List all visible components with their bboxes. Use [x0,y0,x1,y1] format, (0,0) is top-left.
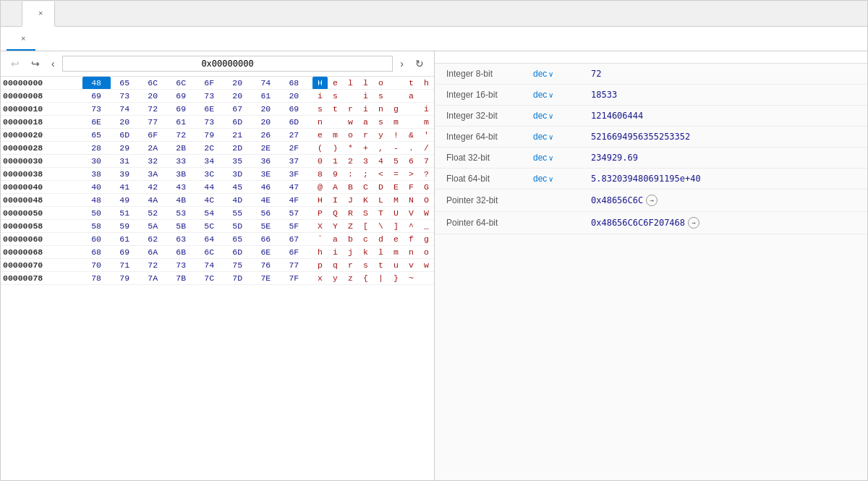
hex-cell[interactable]: 27 [280,129,308,142]
hex-cell[interactable]: 68 [82,246,111,259]
hex-cell[interactable]: 61 [111,233,139,246]
ascii-cell[interactable]: y [373,129,388,142]
hex-cell[interactable]: 3B [167,168,195,181]
ascii-cell[interactable]: X [312,220,328,233]
hex-cell[interactable]: 77 [280,259,308,272]
ascii-cell[interactable]: ! [388,129,404,142]
hex-cell[interactable]: 69 [280,103,308,116]
hex-cell[interactable]: 41 [111,181,139,194]
hex-cell[interactable]: 2B [167,142,195,155]
hex-cell[interactable]: 6A [139,246,167,259]
ascii-cell[interactable]: p [312,259,328,272]
hex-cell[interactable]: 5B [167,220,195,233]
ascii-cell[interactable]: m [328,129,343,142]
window-close-button[interactable] [847,11,864,17]
hex-cell[interactable]: 20 [252,103,280,116]
ascii-cell[interactable]: / [419,142,434,155]
hex-cell[interactable]: 57 [280,207,308,220]
hex-cell[interactable]: 7B [167,272,195,285]
ascii-cell[interactable]: G [419,181,434,194]
ascii-cell[interactable]: m [388,246,404,259]
ascii-cell[interactable]: H [312,194,328,207]
hex-cell[interactable]: 62 [139,233,167,246]
ascii-cell[interactable]: ( [312,142,328,155]
hex-cell[interactable]: 2A [139,142,167,155]
hex-cell[interactable]: 31 [111,155,139,168]
ascii-cell[interactable]: ? [419,168,434,181]
ascii-cell[interactable]: b [343,233,358,246]
ascii-cell[interactable]: t [328,103,343,116]
hex-cell[interactable]: 30 [82,155,111,168]
pointer-link[interactable]: 0x48656C6C6F207468 → [591,217,699,229]
ascii-cell[interactable]: s [373,116,388,129]
ascii-cell[interactable]: 4 [373,155,388,168]
hex-cell[interactable]: 72 [139,103,167,116]
hex-cell[interactable]: 7A [139,272,167,285]
hex-cell[interactable]: 67 [224,103,252,116]
format-selector[interactable]: dec∨ [522,127,579,148]
hex-cell[interactable]: 20 [139,90,167,103]
ascii-cell[interactable] [419,272,434,285]
ascii-cell[interactable]: s [358,259,373,272]
hex-cell[interactable]: 7E [252,272,280,285]
hex-cell[interactable]: 70 [82,259,111,272]
ascii-cell[interactable]: i [419,103,434,116]
pointer-arrow-icon[interactable]: → [646,195,658,206]
hex-cell[interactable]: 6D [111,129,139,142]
hex-cell[interactable]: 37 [280,155,308,168]
hex-cell[interactable]: 4E [252,194,280,207]
format-select[interactable]: dec∨ [533,69,568,79]
hex-cell[interactable]: 35 [224,155,252,168]
ascii-cell[interactable]: u [388,259,404,272]
ascii-cell[interactable]: t [373,259,388,272]
tab-memory-inspector-close[interactable]: × [35,7,46,19]
ascii-cell[interactable]: k [358,246,373,259]
format-selector[interactable]: dec∨ [522,148,579,169]
ascii-cell[interactable]: i [312,90,328,103]
hex-cell[interactable]: 74 [111,103,139,116]
ascii-cell[interactable]: } [388,272,404,285]
ascii-cell[interactable]: 2 [343,155,358,168]
ascii-cell[interactable]: g [388,103,404,116]
hex-cell[interactable]: 4A [139,194,167,207]
hex-cell[interactable]: 77 [139,116,167,129]
ascii-cell[interactable]: > [404,168,419,181]
ascii-cell[interactable]: s [328,90,343,103]
hex-cell[interactable]: 69 [111,246,139,259]
ascii-cell[interactable] [404,116,419,129]
ascii-cell[interactable]: I [328,194,343,207]
hex-cell[interactable]: 44 [195,181,224,194]
hex-cell[interactable]: 65 [224,233,252,246]
format-selector[interactable]: dec∨ [522,64,579,85]
hex-cell[interactable]: 6D [224,116,252,129]
ascii-cell[interactable]: y [328,272,343,285]
ascii-cell[interactable]: - [388,142,404,155]
ascii-cell[interactable]: A [328,181,343,194]
hex-cell[interactable]: 20 [252,116,280,129]
hex-cell[interactable]: 55 [224,207,252,220]
ascii-cell[interactable]: M [388,194,404,207]
format-select[interactable]: dec∨ [533,132,568,142]
ascii-cell[interactable]: s [373,90,388,103]
hex-cell[interactable]: 6E [195,103,224,116]
ascii-cell[interactable]: m [388,116,404,129]
format-select[interactable]: dec∨ [533,111,568,121]
ascii-cell[interactable]: F [404,181,419,194]
ascii-cell[interactable]: 0 [312,155,328,168]
ascii-cell[interactable]: N [404,194,419,207]
hex-cell[interactable]: 65 [111,77,139,90]
pointer-link[interactable]: 0x48656C6C → [591,195,658,206]
format-selector[interactable]: dec∨ [522,85,579,106]
hex-cell[interactable]: 39 [111,168,139,181]
hex-cell[interactable]: 52 [139,207,167,220]
hex-cell[interactable]: 68 [280,77,308,90]
hex-cell[interactable]: 4B [167,194,195,207]
ascii-cell[interactable]: a [328,233,343,246]
hex-cell[interactable]: 69 [167,90,195,103]
ascii-cell[interactable]: { [358,272,373,285]
hex-cell[interactable]: 6E [82,116,111,129]
ascii-cell[interactable]: n [312,116,328,129]
hex-cell[interactable]: 21 [224,129,252,142]
hex-cell[interactable]: 3F [280,168,308,181]
ascii-cell[interactable]: a [404,90,419,103]
